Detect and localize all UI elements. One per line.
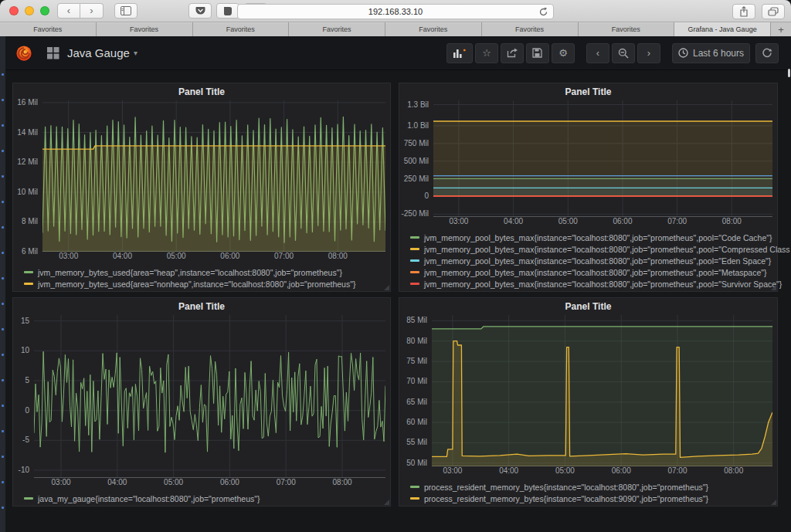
x-tick-label: 06:00 [607, 466, 635, 475]
x-tick-label: 05:00 [554, 217, 582, 225]
x-tick-label: 06:00 [609, 217, 637, 225]
refresh-icon [762, 48, 772, 58]
legend-item[interactable]: process_resident_memory_bytes{instance="… [410, 481, 777, 493]
close-window-button[interactable] [9, 6, 19, 15]
tab-4[interactable]: Favorites [385, 22, 482, 36]
zoom-window-button[interactable] [40, 6, 49, 15]
star-button[interactable]: ☆ [475, 43, 498, 63]
panel-resize-handle[interactable] [771, 285, 776, 290]
y-axis: 16 Mil14 Mil12 Mil10 Mil8 Mil6 Mil [13, 100, 42, 265]
refresh-button[interactable] [755, 43, 779, 63]
dashboard-picker-icon[interactable] [46, 46, 59, 59]
reload-icon[interactable] [538, 7, 548, 17]
plot-area[interactable]: 03:0004:0005:0006:0007:0008:00 [34, 315, 385, 491]
tab-2[interactable]: Favorites [193, 22, 290, 36]
minimize-window-button[interactable] [25, 6, 34, 15]
x-tick-label: 08:00 [720, 466, 748, 475]
x-tick-label: 05:00 [162, 252, 190, 260]
y-tick-label: -10 [19, 466, 29, 474]
share-dashboard-button[interactable] [501, 43, 524, 63]
legend-label: jvm_memory_pool_bytes_max{instance="loca… [424, 280, 782, 289]
panel-resize-handle[interactable] [384, 500, 389, 505]
save-icon [532, 48, 542, 58]
tab-overview-button[interactable] [762, 4, 785, 19]
legend-swatch [410, 283, 419, 285]
panel-title[interactable]: Panel Title [399, 298, 777, 315]
panel-title[interactable]: Panel Title [399, 83, 777, 100]
x-tick-label: 07:00 [270, 252, 298, 260]
legend-item[interactable]: jvm_memory_pool_bytes_max{instance="loca… [410, 255, 777, 266]
zoom-out-icon [618, 48, 629, 59]
zoom-out-button[interactable] [612, 43, 635, 63]
legend-item[interactable]: jvm_memory_pool_bytes_max{instance="loca… [410, 266, 777, 278]
legend-item[interactable]: java_my_gauge{instance="localhost:8080",… [24, 493, 390, 504]
y-tick-label: 50 Mil [406, 459, 427, 467]
legend-label: jvm_memory_pool_bytes_max{instance="loca… [424, 233, 772, 242]
y-axis: 151050-5-10 [13, 315, 34, 491]
tab-active[interactable]: Grafana - Java Gauge [674, 22, 771, 36]
y-tick-label: 8 Mil [22, 217, 38, 225]
legend-label: jvm_memory_pool_bytes_max{instance="loca… [424, 268, 767, 277]
x-tick-label: 03:00 [55, 252, 83, 260]
back-button[interactable]: ‹ [57, 3, 80, 19]
legend-item[interactable]: process_resident_memory_bytes{instance="… [410, 493, 777, 504]
y-tick-label: 80 Mil [406, 337, 427, 345]
legend-item[interactable]: jvm_memory_bytes_used{area="nonheap",ins… [24, 278, 390, 290]
legend-swatch [410, 236, 419, 239]
y-tick-label: 15 [21, 317, 29, 325]
x-tick-label: 07:00 [272, 478, 300, 486]
legend-item[interactable]: jvm_memory_pool_bytes_max{instance="loca… [410, 232, 777, 243]
tab-1[interactable]: Favorites [97, 22, 193, 36]
tab-0[interactable]: Favorites [0, 22, 97, 36]
tab-5[interactable]: Favorites [482, 22, 579, 36]
settings-button[interactable]: ⚙ [552, 43, 575, 63]
sidebar-button[interactable] [114, 3, 137, 19]
time-range-label: Last 6 hours [693, 48, 744, 59]
plot-area[interactable]: 03:0004:0005:0006:0007:0008:00 [433, 100, 772, 230]
legend-item[interactable]: jvm_memory_bytes_used{area="heap",instan… [24, 266, 390, 278]
forward-button[interactable]: › [80, 3, 104, 19]
pocket-extension-button[interactable] [188, 3, 212, 19]
x-tick-label: 05:00 [551, 466, 579, 475]
time-range-button[interactable]: Last 6 hours [672, 43, 750, 63]
add-panel-button[interactable] [446, 43, 473, 63]
y-tick-label: -250 Mil [401, 209, 429, 218]
x-tick-label: 05:00 [160, 478, 188, 486]
time-back-button[interactable]: ‹ [586, 43, 609, 63]
legend-label: process_resident_memory_bytes{instance="… [424, 494, 708, 503]
plot-area[interactable]: 03:0004:0005:0006:0007:0008:00 [42, 100, 385, 265]
grafana-navbar: Java Gauge ▾ ☆ ⚙ ‹ › [5, 36, 791, 70]
chevron-down-icon[interactable]: ▾ [134, 49, 137, 57]
y-tick-label: 12 Mil [17, 158, 38, 166]
panel-process-resident-memory: Panel Title85 Mil80 Mil75 Mil70 Mil65 Mi… [399, 297, 778, 507]
share-button[interactable] [732, 4, 755, 19]
x-tick-label: 06:00 [216, 252, 244, 260]
panel-title[interactable]: Panel Title [13, 83, 390, 100]
evernote-extension-button[interactable] [216, 3, 239, 19]
tab-6[interactable]: Favorites [579, 22, 675, 36]
time-forward-button[interactable]: › [637, 43, 660, 63]
legend-item[interactable]: jvm_memory_pool_bytes_max{instance="loca… [410, 243, 777, 255]
save-button[interactable] [526, 43, 549, 63]
panel-resize-handle[interactable] [384, 285, 389, 290]
gear-icon: ⚙ [558, 47, 568, 59]
y-tick-label: 55 Mil [406, 438, 427, 446]
legend-label: java_my_gauge{instance="localhost:8080",… [38, 494, 260, 503]
url-field[interactable]: 192.168.33.10 [237, 4, 554, 19]
y-tick-label: 10 [21, 346, 29, 354]
grafana-page: Java Gauge ▾ ☆ ⚙ ‹ › [0, 36, 791, 532]
plot-area[interactable]: 03:0004:0005:0006:0007:0008:00 [432, 315, 772, 479]
y-tick-label: 16 Mil [17, 98, 38, 107]
new-tab-button[interactable]: + [771, 22, 791, 36]
x-tick-label: 03:00 [47, 478, 75, 486]
tab-3[interactable]: Favorites [289, 22, 385, 36]
y-tick-label: 750 Mil [404, 139, 429, 147]
legend-swatch [410, 486, 419, 488]
scrollbar-thumb[interactable] [788, 69, 790, 77]
dashboard-title[interactable]: Java Gauge [67, 46, 130, 59]
legend-item[interactable]: jvm_memory_pool_bytes_max{instance="loca… [410, 278, 777, 290]
panel-resize-handle[interactable] [771, 500, 776, 505]
panel-title[interactable]: Panel Title [13, 298, 390, 315]
legend: jvm_memory_pool_bytes_max{instance="loca… [399, 230, 777, 291]
grafana-logo[interactable] [15, 45, 32, 62]
